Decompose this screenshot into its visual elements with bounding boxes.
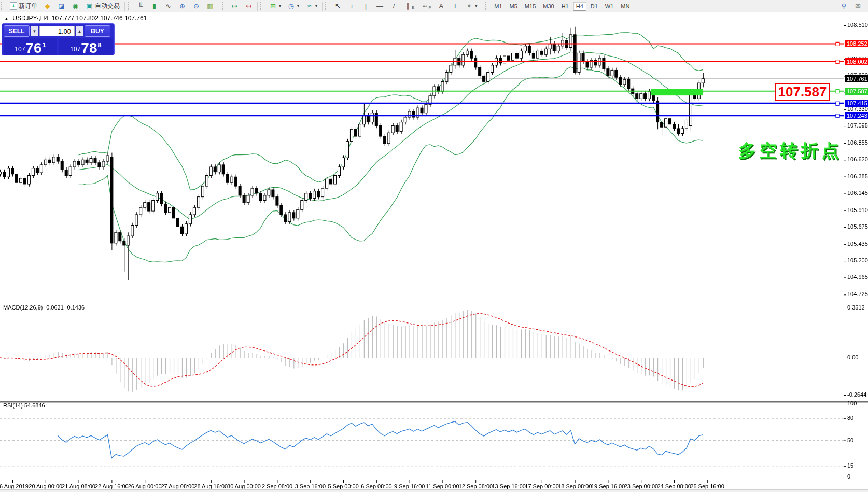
sell-price[interactable]: 107 76 1	[4, 38, 57, 55]
crosshair-glyph: +	[348, 3, 356, 10]
toolbar-grip	[128, 2, 132, 10]
zoom-out-icon[interactable]: ⊖	[190, 1, 203, 11]
chart-shift-icon[interactable]: ↦	[228, 1, 241, 11]
chart-autoscroll-icon[interactable]: ↤	[242, 1, 255, 11]
pivot-price-box[interactable]: 107.587	[775, 83, 830, 101]
axis-tick-label: 0	[847, 473, 850, 480]
shapes-glyph: ✦	[465, 3, 473, 10]
profiles-clock-glyph: ◷	[287, 3, 295, 10]
toolbar-grip	[325, 2, 330, 10]
toolbar-grip	[260, 2, 265, 10]
cursor-glyph: ↖	[334, 3, 342, 10]
price-tag: 107.587	[845, 88, 868, 95]
zoom-out-glyph: ⊖	[192, 3, 200, 10]
vertical-line-icon[interactable]: |	[359, 1, 372, 11]
equidistant-channel-icon[interactable]: ∥E	[401, 1, 417, 11]
time-tick-label: 23 Sep 00:00	[624, 483, 658, 489]
time-tick-label: 2 Sep 08:00	[262, 483, 292, 489]
bar-chart-glyph: ╙	[136, 3, 144, 10]
time-tick-label: 21 Aug 08:00	[62, 483, 95, 489]
axis-tick-label: 108.510	[847, 22, 868, 28]
chart-header: ▲ USDJPY-,H4 107.777 107.802 107.746 107…	[4, 15, 147, 22]
axis-tick-label: 0.00	[847, 354, 858, 360]
rsi-label: RSI(14) 54.6846	[3, 402, 45, 409]
crosshair-icon[interactable]: +	[345, 1, 358, 11]
time-tick-label: 16 Aug 2019	[0, 483, 29, 489]
time-tick-label: 17 Sep 00:00	[525, 483, 558, 489]
tf-w1[interactable]: W1	[602, 2, 617, 11]
axis-tick-label: -0.2644	[847, 391, 866, 398]
tf-m1[interactable]: M1	[491, 2, 505, 11]
price-tag: 107.761	[845, 75, 868, 82]
new-chart-glyph: ⊞	[269, 3, 277, 10]
one-click-trading-panel: SELL ▼ ▲ BUY 107 76 1 107 78 8	[2, 23, 115, 55]
sell-button[interactable]: SELL	[4, 25, 30, 37]
fibonacci-icon[interactable]: ┅F	[418, 1, 433, 11]
trendline-icon[interactable]: /	[387, 1, 400, 11]
new-order-glyph: +	[10, 2, 17, 10]
tf-h1[interactable]: H1	[558, 2, 572, 11]
time-tick-label: 11 Sep 00:00	[426, 483, 459, 489]
axis-tick-label: 106.855	[847, 139, 868, 146]
tf-d1[interactable]: D1	[587, 2, 601, 11]
text-glyph: A	[437, 3, 445, 10]
toolbar-group: ⊞▾◷▾≈▾	[266, 0, 320, 12]
buy-price[interactable]: 107 78 8	[59, 38, 113, 55]
toolbar-grip	[222, 2, 227, 10]
chart-canvas[interactable]	[0, 0, 868, 492]
new-chart-icon[interactable]: ⊞▾	[267, 1, 284, 11]
indicators-icon[interactable]: ≈▾	[303, 1, 320, 11]
time-tick-label: 24 Sep 08:00	[657, 483, 691, 489]
time-tick-label: 28 Aug 16:00	[194, 483, 228, 489]
market-watch-icon[interactable]: ◆	[41, 1, 54, 11]
sell-price-pips: 76	[25, 41, 41, 55]
navigator-glyph: ◪	[58, 3, 65, 10]
zoom-in-icon[interactable]: ⊕	[176, 1, 189, 11]
tf-mn[interactable]: MN	[618, 2, 633, 11]
navigator-icon[interactable]: ◪	[55, 1, 68, 11]
terminal-icon[interactable]: ◉	[69, 1, 82, 11]
time-tick-label: 9 Sep 16:00	[394, 483, 425, 489]
buy-button[interactable]: BUY	[85, 25, 110, 37]
tf-m5[interactable]: M5	[507, 2, 521, 11]
profiles-clock-icon[interactable]: ◷▾	[285, 1, 302, 11]
trendline-glyph: /	[390, 3, 398, 10]
tf-h4[interactable]: H4	[573, 2, 586, 11]
candlestick-chart-icon[interactable]: ▮	[148, 1, 161, 11]
horizontal-line-icon[interactable]: —	[373, 1, 386, 11]
auto-trading-label: 自动交易	[95, 2, 120, 10]
mt4-window: +新订单◆◪◉▣自动交易╙▮∿⊕⊖▦↦↤⊞▾◷▾≈▾↖+|—/∥E┅FAT✦▾M…	[0, 0, 868, 492]
vertical-line-glyph: |	[362, 3, 370, 10]
search-icon[interactable]: ⚲	[837, 1, 850, 11]
tf-m15[interactable]: M15	[522, 2, 539, 11]
bar-chart-icon[interactable]: ╙	[134, 1, 147, 11]
axis-tick-label: 50	[847, 437, 853, 443]
axis-tick-label: 104.965	[847, 274, 868, 280]
toolbar-group: ╙▮∿⊕⊖▦	[133, 0, 217, 12]
text-label-glyph: T	[451, 3, 459, 10]
time-tick-label: 22 Aug 16:00	[95, 483, 129, 489]
turning-point-annotation[interactable]: 多空转折点	[738, 139, 842, 163]
text-icon[interactable]: A	[435, 1, 447, 11]
volume-increase-button[interactable]: ▲	[76, 26, 83, 36]
price-tag: 108.002	[845, 58, 868, 65]
cursor-icon[interactable]: ↖	[331, 1, 344, 11]
axis-tick-label: 106.620	[847, 156, 868, 162]
line-chart-icon[interactable]: ∿	[162, 1, 175, 11]
volume-decrease-button[interactable]: ▼	[31, 26, 38, 36]
time-tick-label: 20 Aug 00:00	[29, 483, 62, 489]
collapse-panel-icon[interactable]: ▲	[4, 16, 9, 21]
chart-autoscroll-glyph: ↤	[245, 3, 253, 10]
sell-price-point: 1	[42, 41, 46, 49]
time-tick-label: 26 Aug 00:00	[128, 483, 162, 489]
indicators-glyph: ≈	[305, 3, 313, 10]
tile-windows-icon[interactable]: ▦	[204, 1, 217, 11]
new-order-icon[interactable]: +新订单	[7, 0, 40, 12]
tf-m30[interactable]: M30	[540, 2, 557, 11]
auto-trading-icon[interactable]: ▣自动交易	[83, 0, 122, 12]
toolbar-grip	[1, 2, 6, 10]
shapes-icon[interactable]: ✦▾	[463, 1, 480, 11]
volume-input[interactable]	[39, 26, 75, 36]
text-label-icon[interactable]: T	[449, 1, 461, 11]
chat-icon[interactable]: ✉	[851, 1, 864, 11]
